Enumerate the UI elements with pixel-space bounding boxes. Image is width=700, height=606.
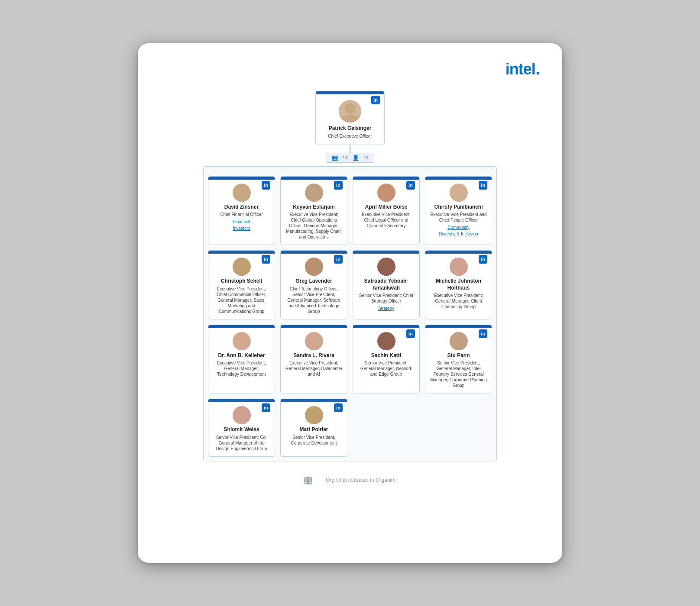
link-investors[interactable]: Investors (213, 225, 270, 232)
title-holthaus: Executive Vice President; General Manage… (430, 293, 487, 309)
title-lavender: Chief Technology Officer; Senior Vice Pr… (285, 286, 343, 314)
linkedin-zinsner[interactable]: in (262, 181, 270, 190)
svg-point-0 (345, 103, 355, 114)
linkedin-lavender[interactable]: in (334, 255, 343, 264)
bar-safroadu (353, 251, 419, 254)
svg-point-27 (236, 418, 248, 424)
linkedin-esfarjani[interactable]: in (334, 181, 343, 190)
card-lavender: in Greg Lavender Chief Technology Office… (280, 250, 347, 319)
linkedin-katti[interactable]: in (406, 329, 415, 338)
name-rivera: Sandra L. Rivera (285, 352, 343, 359)
svg-point-2 (237, 186, 246, 195)
title-weiss: Senior Vice President; Co-General Manage… (213, 435, 270, 451)
avatar-miller (377, 184, 395, 202)
bar-holthaus (425, 251, 492, 254)
svg-point-18 (237, 335, 246, 343)
bar-katti (353, 325, 419, 328)
name-zinsner: David Zinsner (213, 204, 270, 211)
svg-point-1 (342, 115, 358, 122)
svg-point-22 (382, 335, 391, 343)
svg-point-3 (236, 196, 248, 202)
card-pann: in Stu Pann Senior Vice President, Gener… (425, 325, 492, 394)
bar-zinsner (208, 177, 275, 180)
card-holthaus: in Michelle Johnston Holthaus Executive … (425, 250, 492, 319)
card-zinsner: in David Zinsner Chief Financial Officer… (208, 176, 275, 245)
name-pambianchi: Christy Pambianchi (430, 204, 487, 211)
avatar-pann (450, 332, 468, 350)
linkedin-pambianchi[interactable]: in (479, 181, 487, 190)
title-kelleher: Executive Vice President; General Manage… (213, 360, 270, 377)
svg-point-8 (454, 186, 463, 195)
footer: 🏢 Org Chart Created in Organimi (159, 475, 541, 485)
name-weiss: Shlomit Weiss (213, 426, 270, 433)
card-miller: in April Miller Boise Executive Vice Pre… (353, 176, 420, 245)
title-pann: Senior Vice President, General Manager, … (430, 360, 487, 388)
title-rivera: Executive Vice President; General Manage… (285, 360, 343, 377)
logo-dot: . (535, 59, 540, 78)
svg-point-15 (380, 270, 392, 276)
title-poirier: Senior Vice President, Corporate Develop… (285, 435, 343, 446)
card-rivera: Sandra L. Rivera Executive Vice Presiden… (280, 325, 347, 394)
svg-point-20 (310, 335, 318, 343)
title-schell: Executive Vice President; Chief Commerci… (213, 286, 270, 314)
title-miller: Executive Vice President, Chief Legal Of… (357, 212, 415, 229)
svg-point-23 (380, 344, 392, 350)
ceo-title: Chief Executive Officer (322, 133, 378, 139)
group-icon: 👥 (331, 155, 338, 161)
bar-kelleher (208, 325, 275, 328)
linkedin-poirier[interactable]: in (334, 403, 343, 412)
reports-row-3: Dr. Ann B. Kelleher Executive Vice Presi… (208, 325, 492, 394)
avatar-schell (233, 258, 251, 276)
avatar-esfarjani (305, 184, 323, 202)
avatar-holthaus (450, 258, 468, 276)
ceo-connector (350, 145, 350, 153)
linkedin-miller[interactable]: in (406, 181, 415, 190)
card-poirier: in Matt Poirier Senior Vice President, C… (280, 399, 347, 457)
avatar-safroadu (377, 258, 395, 276)
svg-point-9 (453, 196, 465, 202)
name-poirier: Matt Poirier (285, 426, 343, 433)
reports-row-1: in David Zinsner Chief Financial Officer… (208, 176, 492, 245)
bar-pambianchi (425, 177, 492, 180)
card-katti: in Sachin Katti Senior Vice President; G… (353, 325, 420, 394)
ceo-avatar (339, 100, 361, 122)
name-schell: Christoph Schell (213, 278, 270, 285)
card-pambianchi: in Christy Pambianchi Executive Vice Pre… (425, 176, 492, 245)
svg-point-28 (310, 409, 318, 417)
name-lavender: Greg Lavender (285, 278, 343, 285)
organimi-icon: 🏢 (303, 475, 313, 485)
linkedin-schell[interactable]: in (262, 255, 270, 264)
name-katti: Sachin Katti (357, 352, 415, 359)
ceo-linkedin-badge[interactable]: in (371, 96, 380, 104)
bar-pann (425, 325, 492, 328)
link-diversity[interactable]: Diversity & Inclusion (430, 231, 487, 237)
card-safroadu: Safroadu Yeboah-Amankwah Senior Vice Pre… (353, 250, 420, 319)
reports-row-4: in Shlomit Weiss Senior Vice President; … (208, 399, 492, 457)
svg-point-21 (308, 344, 320, 350)
count-group: 14 (343, 155, 348, 160)
svg-point-10 (237, 260, 246, 269)
link-financial[interactable]: Financial (213, 219, 270, 225)
svg-point-5 (308, 196, 320, 202)
logo-text: intel (506, 60, 535, 78)
reports-row-2: in Christoph Schell Executive Vice Presi… (208, 250, 492, 319)
link-community[interactable]: Community (430, 224, 487, 231)
name-miller: April Miller Boise (357, 204, 415, 211)
title-safroadu: Senior Vice President; Chief Strategy Of… (357, 293, 415, 304)
avatar-poirier (305, 406, 323, 424)
bar-poirier (281, 399, 347, 402)
avatar-zinsner (233, 184, 251, 202)
svg-point-6 (382, 186, 391, 195)
svg-point-29 (308, 418, 320, 424)
title-pambianchi: Executive Vice President and Chief Peopl… (430, 212, 487, 223)
svg-point-25 (453, 344, 465, 350)
linkedin-holthaus[interactable]: in (479, 255, 487, 264)
link-strategy[interactable]: Strategy (357, 305, 415, 312)
device-frame: intel. in Patrick Gelsinger Chief Execut… (138, 43, 562, 563)
linkedin-weiss[interactable]: in (262, 403, 270, 412)
title-katti: Senior Vice President; General Manager, … (357, 360, 415, 377)
org-chart: in Patrick Gelsinger Chief Executive Off… (159, 91, 541, 461)
bar-esfarjani (281, 177, 347, 180)
linkedin-pann[interactable]: in (479, 329, 487, 338)
svg-point-7 (380, 196, 392, 202)
